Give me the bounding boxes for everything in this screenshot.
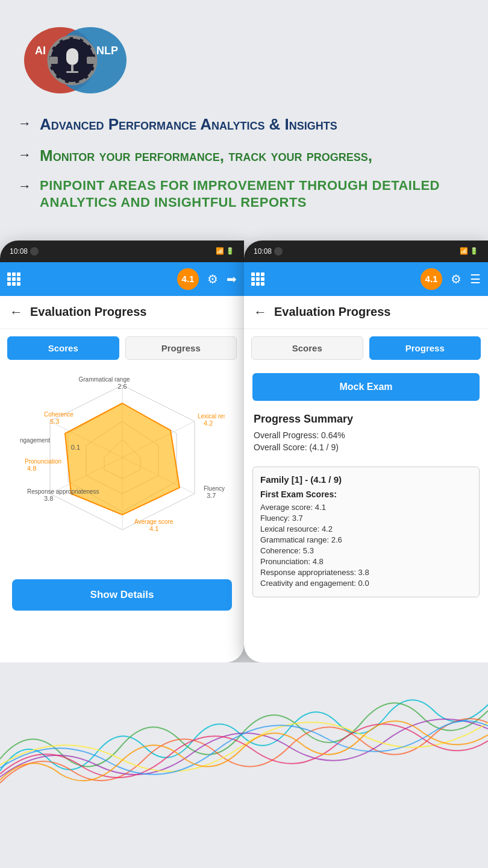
status-left-right: 10:08	[254, 247, 283, 256]
grid-icon-left[interactable]	[7, 272, 20, 286]
score-line-5: Pronunciation: 4.8	[260, 557, 472, 566]
filter-icon-left[interactable]: ⚙	[207, 272, 218, 286]
back-arrow-left[interactable]: ←	[10, 304, 23, 320]
family-card: Family [1] - (4.1 / 9) First Exam Scores…	[252, 467, 480, 597]
svg-marker-18	[65, 403, 180, 515]
svg-text:Coherence: Coherence	[44, 411, 74, 418]
svg-text:0.1: 0.1	[70, 444, 80, 451]
progress-title: Progress Summary	[254, 413, 478, 426]
svg-text:3.7: 3.7	[207, 492, 216, 499]
svg-text:AI: AI	[35, 45, 46, 57]
tab-scores-left[interactable]: Scores	[7, 336, 119, 360]
score-line-2: Lexical resource: 4.2	[260, 524, 472, 533]
wave-section	[0, 662, 488, 795]
mock-exam-button[interactable]: Mock Exam	[252, 373, 480, 401]
wifi-icon-right: 📶	[460, 247, 468, 255]
back-arrow-right[interactable]: ←	[254, 304, 267, 320]
svg-rect-9	[49, 57, 58, 64]
status-icons-left: 📶 🔋	[216, 247, 234, 255]
phones-section: 10:08 📶 🔋 4.1 ⚙ ➡ ← Evaluatio	[0, 241, 488, 662]
bullet-text-2: Monitor your performance, track your pro…	[40, 146, 372, 166]
svg-text:Average score: Average score	[134, 518, 174, 525]
arrow-3: →	[18, 178, 31, 194]
app-bar-left: 4.1 ⚙ ➡	[0, 262, 244, 296]
svg-rect-4	[66, 48, 78, 65]
page-title-left: Evaluation Progress	[30, 305, 146, 319]
score-line-1: Fluency: 3.7	[260, 514, 472, 523]
grid-icon-right[interactable]	[251, 272, 264, 286]
camera-notch-right	[274, 247, 283, 256]
top-section: AI NLP → Advanced Performance Analytics …	[0, 0, 488, 234]
score-line-3: Grammatical range: 2.6	[260, 535, 472, 544]
wave-decoration	[0, 662, 488, 795]
score-badge-left: 4.1	[177, 268, 199, 290]
svg-text:3.8: 3.8	[44, 495, 53, 502]
svg-text:5.3: 5.3	[50, 418, 59, 425]
overall-score: Overall Score: (4.1 / 9)	[254, 442, 478, 452]
page-header-left: ← Evaluation Progress	[0, 296, 244, 329]
svg-text:NLP: NLP	[96, 45, 118, 57]
tab-progress-right[interactable]: Progress	[369, 336, 481, 360]
page-header-right: ← Evaluation Progress	[244, 296, 488, 329]
arrow-2: →	[18, 147, 31, 163]
status-bar-left: 10:08 📶 🔋	[0, 241, 244, 262]
show-details-button[interactable]: Show Details	[12, 579, 232, 611]
radar-area: Grammatical range 2.6 Lexical resource 4…	[0, 367, 244, 572]
bullet-text-3: pinpoint areas for improvement through d…	[40, 177, 470, 212]
app-bar-icons-left: 4.1 ⚙ ➡	[177, 268, 237, 290]
time-right: 10:08	[254, 247, 272, 256]
battery-icon: 🔋	[226, 247, 234, 255]
bullet-text-1: Advanced Performance Analytics & Insight…	[40, 115, 337, 135]
battery-icon-right: 🔋	[470, 247, 478, 255]
filter-icon-right[interactable]: ⚙	[451, 272, 461, 286]
page-title-right: Evaluation Progress	[274, 305, 390, 319]
export-icon-left[interactable]: ➡	[227, 272, 237, 286]
svg-text:Creativity and engagement: Creativity and engagement	[20, 437, 50, 444]
bullet-item-2: → Monitor your performance, track your p…	[18, 146, 470, 166]
svg-text:2.6: 2.6	[117, 383, 127, 390]
wifi-icon: 📶	[216, 247, 224, 255]
svg-text:4.2: 4.2	[204, 420, 213, 427]
overall-progress: Overall Progress: 0.64%	[254, 430, 478, 440]
phone-right: 10:08 📶 🔋 4.1 ⚙ ☰ ← Evaluatio	[244, 241, 488, 662]
exam-scores-title: First Exam Scores:	[260, 489, 472, 499]
status-left: 10:08	[10, 247, 39, 256]
arrow-1: →	[18, 116, 31, 131]
score-line-6: Response appropriateness: 3.8	[260, 568, 472, 577]
app-bar-icons-right: 4.1 ⚙ ☰	[421, 268, 481, 290]
score-badge-right: 4.1	[421, 268, 442, 290]
svg-text:Response appropriateness: Response appropriateness	[27, 488, 99, 495]
score-line-4: Coherence: 5.3	[260, 546, 472, 555]
menu-icon-right[interactable]: ☰	[470, 272, 481, 286]
svg-rect-6	[66, 71, 78, 73]
tab-scores-right[interactable]: Scores	[251, 336, 363, 360]
camera-notch-left	[30, 247, 39, 256]
tabs-right: Scores Progress	[244, 329, 488, 367]
svg-text:4.8: 4.8	[27, 465, 36, 472]
svg-text:Lexical resource: Lexical resource	[198, 413, 225, 420]
status-icons-right: 📶 🔋	[460, 247, 478, 255]
svg-rect-10	[87, 57, 95, 64]
bullet-points: → Advanced Performance Analytics & Insig…	[18, 115, 470, 212]
bullet-item-1: → Advanced Performance Analytics & Insig…	[18, 115, 470, 135]
svg-text:Fluency: Fluency	[204, 485, 225, 492]
progress-summary: Progress Summary Overall Progress: 0.64%…	[244, 407, 488, 461]
svg-text:4.1: 4.1	[149, 525, 158, 532]
tab-progress-left[interactable]: Progress	[125, 336, 237, 360]
score-line-0: Average score: 4.1	[260, 503, 472, 512]
svg-text:Grammatical range: Grammatical range	[78, 376, 130, 383]
status-bar-right: 10:08 📶 🔋	[244, 241, 488, 262]
radar-chart: Grammatical range 2.6 Lexical resource 4…	[20, 373, 225, 566]
family-title: Family [1] - (4.1 / 9)	[260, 474, 472, 485]
logo-container: AI NLP	[18, 24, 470, 96]
score-line-7: Creativity and engagement: 0.0	[260, 579, 472, 588]
logo: AI NLP	[18, 24, 127, 96]
svg-text:Pronunciation: Pronunciation	[25, 458, 61, 465]
phone-left: 10:08 📶 🔋 4.1 ⚙ ➡ ← Evaluatio	[0, 241, 244, 662]
tabs-left: Scores Progress	[0, 329, 244, 367]
time-left: 10:08	[10, 247, 28, 256]
bullet-item-3: → pinpoint areas for improvement through…	[18, 177, 470, 212]
app-bar-right: 4.1 ⚙ ☰	[244, 262, 488, 296]
